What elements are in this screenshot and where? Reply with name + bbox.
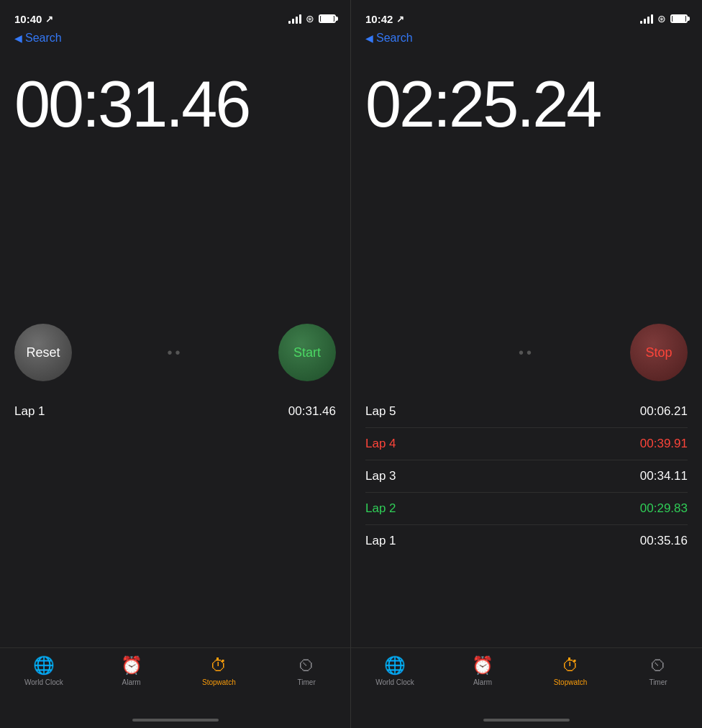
lap-label: Lap 5 xyxy=(365,404,396,419)
nav-back-right[interactable]: ◀ Search xyxy=(351,32,702,50)
tab-stopwatch-right[interactable]: ⏱ Stopwatch xyxy=(526,655,614,686)
timer-icon-right: ⏲ xyxy=(649,655,667,675)
status-time-left: 10:40 ↗ xyxy=(14,13,53,25)
tab-label-alarm-right: Alarm xyxy=(473,678,492,686)
status-icons-right: ⊛ xyxy=(640,13,688,24)
status-bar-right: 10:42 ↗ ⊛ xyxy=(351,0,702,32)
battery-icon-right xyxy=(670,14,688,23)
right-phone: 10:42 ↗ ⊛ ◀ Search 02:25.24 Lap •• Stop xyxy=(351,0,702,728)
lap-label: Lap 4 xyxy=(365,437,396,451)
timer-display-right: 02:25.24 xyxy=(351,50,702,324)
status-bar-left: 10:40 ↗ ⊛ xyxy=(0,0,350,32)
tab-label-world-clock-left: World Clock xyxy=(24,678,63,686)
battery-icon-left xyxy=(319,14,336,23)
time-right: 10:42 xyxy=(365,13,393,25)
tab-timer-left[interactable]: ⏲ Timer xyxy=(263,655,350,686)
lap-list-left: Lap 1 00:31.46 xyxy=(0,396,350,647)
tab-world-clock-right[interactable]: 🌐 World Clock xyxy=(351,655,439,686)
home-indicator-right xyxy=(351,712,702,728)
lap-time: 00:35.16 xyxy=(640,534,688,548)
home-bar-right xyxy=(483,719,570,722)
tab-stopwatch-left[interactable]: ⏱ Stopwatch xyxy=(176,655,263,686)
timer-time-left: 00:31.46 xyxy=(14,72,249,137)
lap-label: Lap 3 xyxy=(365,469,396,483)
stopwatch-icon-right: ⏱ xyxy=(562,655,579,675)
location-icon-left: ↗ xyxy=(45,14,53,24)
stop-button[interactable]: Stop xyxy=(630,324,688,381)
home-indicator-left xyxy=(0,712,350,728)
wifi-icon-left: ⊛ xyxy=(306,13,314,24)
world-clock-icon-right: 🌐 xyxy=(384,655,406,675)
controls-right: Lap •• Stop xyxy=(351,324,702,381)
lap-label: Lap 1 xyxy=(14,404,45,419)
tab-label-stopwatch-left: Stopwatch xyxy=(202,678,236,686)
lap-time: 00:29.83 xyxy=(640,501,688,516)
start-button[interactable]: Start xyxy=(278,324,336,381)
reset-button[interactable]: Reset xyxy=(14,324,72,381)
world-clock-icon-left: 🌐 xyxy=(33,655,55,675)
stopwatch-icon-left: ⏱ xyxy=(210,655,227,675)
tab-label-stopwatch-right: Stopwatch xyxy=(554,678,588,686)
tab-timer-right[interactable]: ⏲ Timer xyxy=(614,655,702,686)
controls-left: Reset •• Start xyxy=(0,324,350,381)
nav-back-left[interactable]: ◀ Search xyxy=(0,32,350,50)
lap-label: Lap 1 xyxy=(365,534,396,548)
table-row: Lap 5 00:06.21 xyxy=(365,396,688,427)
tab-alarm-right[interactable]: ⏰ Alarm xyxy=(439,655,526,686)
tab-label-timer-right: Timer xyxy=(649,678,667,686)
lap-list-right: Lap 5 00:06.21 Lap 4 00:39.91 Lap 3 00:3… xyxy=(351,396,702,647)
lap-time: 00:31.46 xyxy=(288,404,336,419)
table-row: Lap 4 00:39.91 xyxy=(365,427,688,460)
lap-time: 00:34.11 xyxy=(640,469,688,483)
tab-alarm-left[interactable]: ⏰ Alarm xyxy=(88,655,176,686)
table-row: Lap 1 00:35.16 xyxy=(365,524,688,557)
status-time-right: 10:42 ↗ xyxy=(365,13,404,25)
timer-display-left: 00:31.46 xyxy=(0,50,350,324)
left-phone: 10:40 ↗ ⊛ ◀ Search 00:31.46 Reset •• Sta… xyxy=(0,0,351,728)
tab-label-timer-left: Timer xyxy=(298,678,316,686)
tab-world-clock-left[interactable]: 🌐 World Clock xyxy=(0,655,88,686)
dots-left: •• xyxy=(72,345,278,361)
signal-icon-right xyxy=(640,14,653,24)
home-bar-left xyxy=(132,719,219,722)
alarm-icon-left: ⏰ xyxy=(121,655,142,675)
table-row: Lap 1 00:31.46 xyxy=(14,396,336,427)
tab-label-world-clock-right: World Clock xyxy=(375,678,414,686)
tab-bar-right: 🌐 World Clock ⏰ Alarm ⏱ Stopwatch ⏲ Time… xyxy=(351,647,702,712)
back-label-right: Search xyxy=(376,32,413,45)
back-chevron-left: ◀ xyxy=(14,32,22,44)
location-icon-right: ↗ xyxy=(396,14,404,24)
signal-icon-left xyxy=(288,14,301,24)
tab-bar-left: 🌐 World Clock ⏰ Alarm ⏱ Stopwatch ⏲ Time… xyxy=(0,647,350,712)
time-left: 10:40 xyxy=(14,13,42,25)
timer-icon-left: ⏲ xyxy=(298,655,315,675)
lap-time: 00:06.21 xyxy=(640,404,688,419)
lap-label: Lap 2 xyxy=(365,501,396,516)
alarm-icon-right: ⏰ xyxy=(472,655,493,675)
table-row: Lap 3 00:34.11 xyxy=(365,460,688,492)
dots-right: •• xyxy=(423,345,630,361)
status-icons-left: ⊛ xyxy=(288,13,336,24)
timer-time-right: 02:25.24 xyxy=(365,72,600,137)
back-label-left: Search xyxy=(25,32,62,45)
back-chevron-right: ◀ xyxy=(365,32,373,44)
wifi-icon-right: ⊛ xyxy=(657,13,666,24)
table-row: Lap 2 00:29.83 xyxy=(365,492,688,524)
tab-label-alarm-left: Alarm xyxy=(122,678,141,686)
lap-time: 00:39.91 xyxy=(640,437,688,451)
